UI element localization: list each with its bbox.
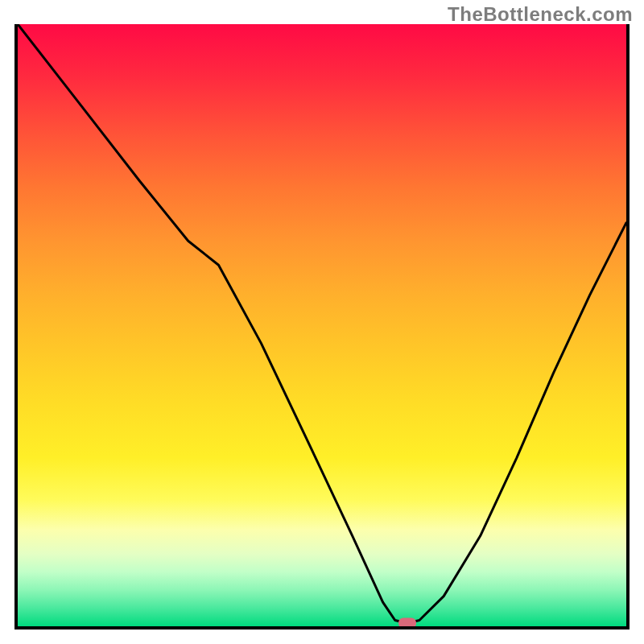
plot-frame (14, 24, 630, 630)
watermark-text: TheBottleneck.com (448, 3, 633, 26)
bottleneck-marker (398, 618, 416, 629)
curve-svg (18, 24, 626, 626)
bottleneck-curve (18, 24, 626, 623)
chart-container: TheBottleneck.com (0, 0, 644, 644)
